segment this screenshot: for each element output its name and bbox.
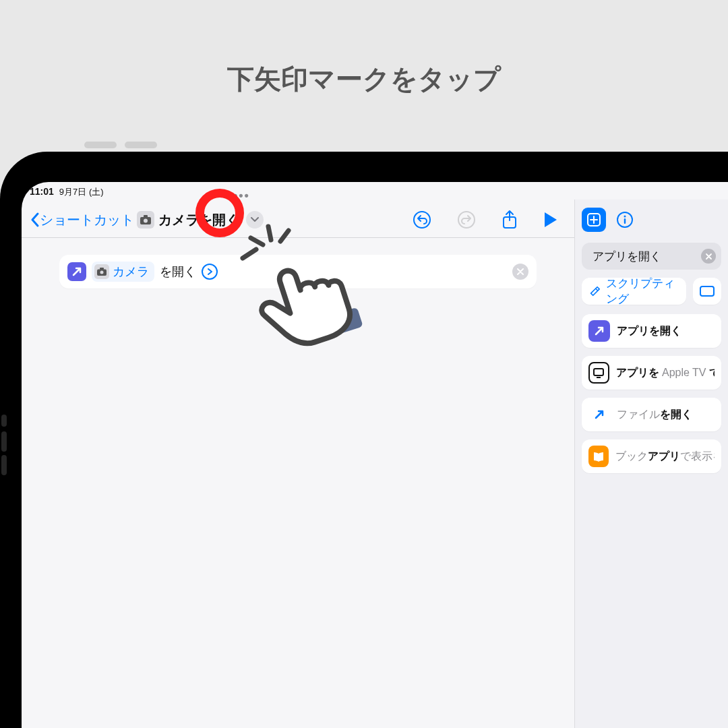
chevron-down-icon [251,217,259,222]
action-text: を開く [160,264,196,280]
open-file-icon [588,404,610,425]
svg-point-3 [414,212,430,228]
svg-rect-1 [144,215,148,218]
info-icon [616,211,634,229]
filter-label: スクリプティング [606,276,678,307]
filter-scripting[interactable]: スクリプティング [582,278,686,305]
svg-rect-12 [624,218,626,224]
action-open-app[interactable]: カメラ を開く [59,255,537,289]
remove-action-button[interactable] [512,264,528,280]
chevron-down-button[interactable] [246,211,264,229]
books-icon [588,446,609,467]
action-item-appletv[interactable]: アプリを Apple TV で [582,356,721,390]
redo-button[interactable] [457,210,476,229]
actions-sidebar: スクリプティング アプリを開く アプリを Apple TV [574,200,728,728]
svg-point-11 [624,216,626,218]
open-app-icon [588,320,610,342]
status-date: 9月7日 (土) [59,186,104,198]
action-item-open-file[interactable]: ファイルを開く [582,398,721,431]
library-icon [586,212,601,227]
svg-point-2 [144,219,148,223]
filter-row: スクリプティング [575,278,728,314]
share-button[interactable] [502,210,518,230]
app-parameter-chip[interactable]: カメラ [92,262,154,282]
action-list: アプリを開く アプリを Apple TV で ファイルを開く [575,314,728,473]
svg-point-8 [100,271,104,274]
play-button[interactable] [543,211,558,229]
expand-action-button[interactable] [202,264,218,280]
page-title: 下矢印マークをタップ [0,61,728,98]
close-icon [517,268,524,275]
action-item-books[interactable]: ブックアプリで表示を [582,439,721,473]
shortcut-title-chip[interactable]: カメラを開く [137,211,264,229]
action-item-label: ファイルを開く [617,408,692,422]
undo-button[interactable] [413,210,431,229]
svg-rect-7 [100,268,104,270]
app-name-label: カメラ [113,264,149,280]
decorative-slots [84,142,157,148]
library-button[interactable] [582,208,606,232]
toolbar-right [413,201,558,239]
play-icon [543,211,558,229]
clear-search-button[interactable] [701,249,716,264]
chevron-right-icon [206,268,213,275]
search-input-wrapper[interactable] [582,243,721,270]
open-app-icon [67,262,86,281]
back-label: ショートカット [40,211,134,229]
action-item-label: アプリを Apple TV で [616,366,715,380]
appletv-icon [588,362,609,384]
action-item-label: ブックアプリで表示を [615,450,715,464]
undo-icon [413,210,431,229]
svg-rect-14 [700,286,714,296]
wand-icon [590,284,601,298]
editor-canvas[interactable]: カメラ を開く [22,243,574,728]
ticket-icon [700,284,715,298]
back-button[interactable]: ショートカット [30,211,134,229]
redo-icon [457,210,476,229]
svg-point-4 [458,212,475,228]
camera-icon [137,211,154,229]
filter-media[interactable] [693,278,721,305]
chevron-left-icon [30,212,40,228]
action-item-open-app[interactable]: アプリを開く [582,314,721,348]
info-button[interactable] [615,210,634,229]
svg-rect-16 [597,377,601,378]
shortcut-title: カメラを開く [158,211,239,229]
close-icon [706,253,712,260]
share-icon [502,210,518,230]
action-item-label: アプリを開く [617,324,681,338]
status-time: 11:01 [30,186,54,197]
ipad-frame: 11:01 9月7日 (土) ••• ショートカット カメラを開く [0,152,728,728]
screen: 11:01 9月7日 (土) ••• ショートカット カメラを開く [22,182,728,728]
status-bar: 11:01 9月7日 (土) [30,186,104,198]
svg-rect-15 [594,369,603,375]
camera-icon [94,264,109,279]
